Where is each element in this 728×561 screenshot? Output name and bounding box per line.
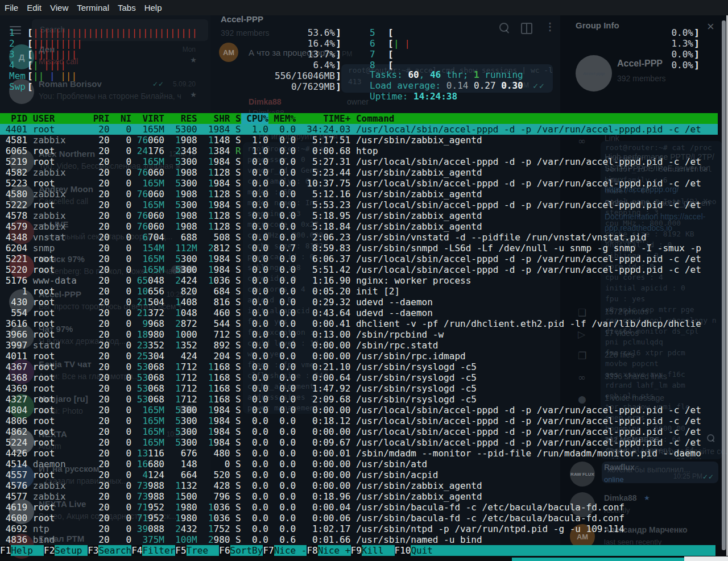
process-row[interactable]: 4806root200165M53001984S0.00.00:18.12/us… (0, 415, 728, 426)
column-header-pid[interactable]: PID (0, 113, 27, 124)
process-row[interactable]: 6204snmp200154M112M2812S0.00.78:59.83/us… (0, 243, 728, 254)
cell-pid: 3997 (0, 340, 27, 351)
fnkey-f8[interactable]: F8 (307, 545, 317, 556)
process-row[interactable]: 4011root20025304424204S0.00.00:00.00/usr… (0, 351, 728, 361)
process-row[interactable]: 4368root2005306817121168S0.00.00:00.64/u… (0, 372, 728, 383)
column-header-command[interactable]: Command (356, 113, 394, 124)
fnlabel-kill[interactable]: Kill (362, 545, 395, 556)
process-row[interactable]: 5219root200165M53001984S0.00.05:27.31/us… (0, 156, 728, 167)
process-row[interactable]: 4692ntp2003908824321752S0.00.01:02.17/us… (0, 523, 728, 534)
fnkey-f9[interactable]: F9 (351, 545, 362, 556)
cell-s: S (235, 372, 241, 383)
fnkey-f5[interactable]: F5 (175, 545, 186, 556)
process-row[interactable]: 4619root2007195219801036S0.00.00:00.04/u… (0, 502, 728, 513)
process-row[interactable]: 4426root20013116676480S0.00.00:00.01/sbi… (0, 448, 728, 459)
fnkey-f7[interactable]: F7 (263, 545, 274, 556)
cell-user: zabbix (33, 135, 88, 146)
process-row[interactable]: 4348vnstat2006704688508S0.00.02:06.23/us… (0, 232, 728, 243)
column-header-time[interactable]: TIME+ (301, 113, 351, 124)
cell-user: statd (33, 340, 88, 351)
column-header-user[interactable]: USER (33, 113, 88, 124)
column-header-virt[interactable]: VIRT (137, 113, 164, 124)
cell-ni: 0 (115, 502, 131, 513)
fnkey-f10[interactable]: F10 (395, 545, 411, 556)
meter-value: 0/7629MB (291, 81, 335, 92)
fnlabel-setup[interactable]: Setup (55, 545, 88, 556)
fnkey-f3[interactable]: F3 (88, 545, 98, 556)
process-row[interactable]: 5221root200165M53001984S0.00.06:06.37/us… (0, 254, 728, 264)
menu-terminal[interactable]: Terminal (77, 2, 109, 13)
process-row[interactable]: 4804root200165M53001984S0.00.00:00.00/us… (0, 405, 728, 415)
fnkey-f4[interactable]: F4 (131, 545, 142, 556)
process-row[interactable]: 4401root200165M53001984S1.00.034:24.03/u… (0, 124, 718, 135)
process-row[interactable]: 4600root2007195219801036S0.00.00:00.06/u… (0, 513, 728, 523)
cell-shr: 0 (202, 459, 230, 469)
cell-pid: 5224 (0, 437, 27, 448)
process-row[interactable]: 4367root2005306817121168S0.00.00:21.10/u… (0, 361, 728, 372)
process-row[interactable]: 4514daemon200166801480S0.00.00:00.00/usr… (0, 459, 728, 469)
process-row[interactable]: 5220root200165M53001984S0.00.05:51.42/us… (0, 264, 728, 275)
cell-res: 5300 (170, 415, 197, 426)
process-row[interactable]: 3997statd200233521352892S0.00.00:00.00/s… (0, 340, 728, 351)
column-header-mem[interactable]: MEM% (274, 113, 296, 124)
fnlabel-filter[interactable]: Filter (142, 545, 175, 556)
menu-help[interactable]: Help (144, 2, 162, 13)
menu-file[interactable]: File (5, 2, 18, 13)
column-header-pri[interactable]: PRI (93, 113, 110, 124)
cell-mem: 0.0 (274, 210, 296, 221)
fnlabel-quit[interactable]: Quit (411, 545, 444, 556)
process-row[interactable]: 5222root200165M53001984S0.00.05:53.23/us… (0, 200, 728, 210)
fnlabel-help[interactable]: Help (11, 545, 44, 556)
process-row[interactable]: 4579zabbix2007606019081128S0.00.05:18.84… (0, 221, 728, 232)
menu-view[interactable]: View (50, 2, 68, 13)
menu-tabs[interactable]: Tabs (118, 2, 136, 13)
process-row[interactable]: 5224root200165M53001984S0.00.00:09.67/us… (0, 437, 728, 448)
menu-edit[interactable]: Edit (27, 2, 42, 13)
column-header-shr[interactable]: SHR (202, 113, 230, 124)
process-row[interactable]: 1root20010656820684S0.00.00:05.20init [2… (0, 286, 728, 297)
cell-res: 2872 (170, 318, 197, 329)
column-header-ni[interactable]: NI (115, 113, 131, 124)
fnlabel-nice[interactable]: Nice + (318, 545, 351, 556)
fnkey-f6[interactable]: F6 (219, 545, 230, 556)
cell-cpu: 0.0 (246, 286, 268, 297)
process-row[interactable]: 4836bind200375M100M2980S0.00.60:01.66/us… (0, 534, 728, 545)
fnkey-f2[interactable]: F2 (44, 545, 55, 556)
fnlabel-sortby[interactable]: SortBy (230, 545, 263, 556)
process-row[interactable]: 4581zabbix2007606019081148S1.00.05:17.51… (0, 135, 728, 146)
process-row[interactable]: 5223root200165M53001984S0.00.010:37.75/u… (0, 178, 728, 189)
fnkey-f1[interactable]: F1 (0, 545, 11, 556)
fnlabel-nice[interactable]: Nice - (274, 545, 307, 556)
process-row[interactable]: 3616root20099682872544S0.00.00:00.41dhcl… (0, 318, 728, 329)
process-row[interactable]: 4578zabbix2007606019081128S0.00.05:18.95… (0, 210, 728, 221)
cell-command: /usr/sbin/zabbix_agentd (356, 135, 482, 146)
process-row[interactable]: 4576zabbix200739881132428S0.00.00:00.00/… (0, 480, 728, 491)
process-row[interactable]: 4580zabbix2007606019081128S0.00.05:12.16… (0, 189, 728, 200)
cell-mem: 0.0 (274, 264, 296, 275)
cell-cpu: 0.0 (246, 534, 268, 545)
cell-res: 5300 (170, 264, 197, 275)
column-header-s[interactable]: S (235, 113, 241, 124)
column-header-cpu[interactable]: CPU% (241, 113, 268, 124)
fnlabel-search[interactable]: Search (98, 545, 131, 556)
cell-command: /usr/local/sbin/accel-pppd -d -p /var/ru… (356, 156, 701, 167)
process-row[interactable]: 3966root200189801000712S0.00.00:13.00/sb… (0, 329, 728, 340)
process-row[interactable]: 6065root2002417623481384R1.00.00:00.68ht… (0, 146, 728, 156)
cell-cpu: 0.0 (246, 437, 268, 448)
column-header-res[interactable]: RES (170, 113, 197, 124)
process-row[interactable]: 554root200213721048460S0.00.00:43.64udev… (0, 307, 728, 318)
cell-s: S (235, 200, 241, 210)
cell-mem: 0.0 (274, 286, 296, 297)
fnlabel-tree[interactable]: Tree (187, 545, 220, 556)
process-row[interactable]: 430root200215041408816S0.00.00:29.32udev… (0, 297, 728, 307)
process-row[interactable]: 4862root200165M53001984S0.00.00:00.00/us… (0, 426, 728, 437)
process-row[interactable]: 4577zabbix200739881500796S0.00.00:18.96/… (0, 491, 728, 502)
process-row[interactable]: 4582zabbix2007606019081128S0.00.05:23.44… (0, 167, 728, 178)
process-row[interactable]: 4327root2005306817121168S0.00.02:09.68/u… (0, 394, 728, 405)
meter-label: 2 (9, 38, 15, 49)
process-row[interactable]: 4369root2005306817121168S0.00.01:47.92/u… (0, 383, 728, 394)
process-row[interactable]: 5176www-data2006504824241036S0.00.01:16.… (0, 275, 728, 286)
process-row[interactable]: 4557root2004124664520S0.00.00:00.00/usr/… (0, 469, 728, 480)
scrollbar[interactable] (722, 20, 726, 550)
cell-user: root (33, 405, 88, 415)
